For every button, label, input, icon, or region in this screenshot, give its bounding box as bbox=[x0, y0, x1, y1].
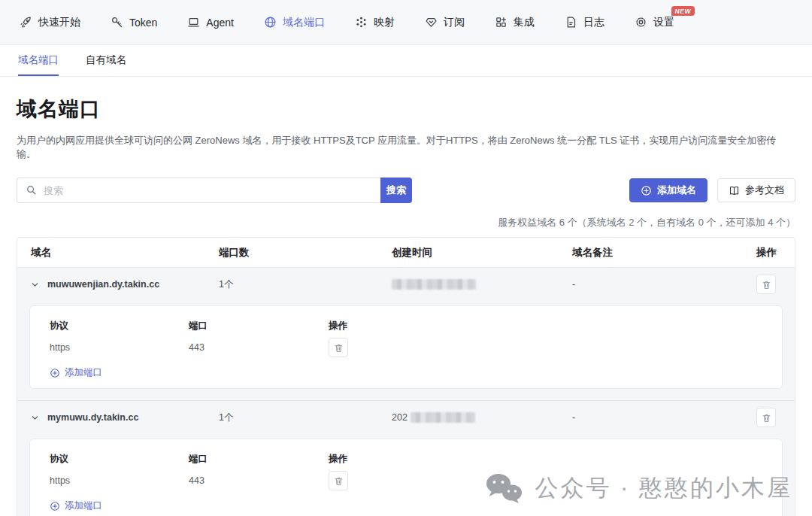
main-content: 域名端口 为用户的内网应用提供全球可访问的公网 ZeroNews 域名，用于接收… bbox=[0, 96, 812, 516]
sub-header-protocol: 协议 bbox=[50, 320, 189, 332]
table-row: muwuwenjian.dy.takin.cc 1个 - bbox=[17, 268, 795, 301]
nav-item-label: 映射 bbox=[374, 16, 395, 29]
search-input[interactable] bbox=[17, 178, 380, 203]
nav-item-subscription[interactable]: 订阅 bbox=[425, 16, 465, 29]
nav-item-label: 日志 bbox=[583, 16, 604, 29]
trash-icon bbox=[334, 476, 344, 486]
add-port-link[interactable]: 添加端口 bbox=[50, 366, 102, 379]
gem-icon bbox=[425, 16, 438, 29]
search-bar: 搜索 bbox=[17, 178, 412, 203]
domain-name: muwuwenjian.dy.takin.cc bbox=[47, 279, 159, 290]
gear-icon bbox=[635, 16, 647, 29]
new-badge: NEW bbox=[671, 6, 695, 16]
domain-name: mymuwu.dy.takin.cc bbox=[47, 412, 138, 423]
port-table-row: https 443 bbox=[30, 469, 782, 493]
nav-item-label: 集成 bbox=[514, 16, 535, 29]
add-port-link[interactable]: 添加端口 bbox=[50, 499, 102, 512]
nav-item-integration[interactable]: 集成 bbox=[495, 16, 535, 29]
nav-item-label: Token bbox=[129, 17, 157, 29]
laptop-icon bbox=[187, 16, 200, 29]
quota-summary: 服务权益域名 6 个（系统域名 2 个，自有域名 0 个，还可添加 4 个） bbox=[17, 216, 795, 229]
port-table-header: 协议 端口 操作 bbox=[30, 449, 782, 469]
header-created-at: 创建时间 bbox=[378, 246, 559, 260]
note-cell: - bbox=[559, 279, 743, 290]
nav-item-quickstart[interactable]: 快速开始 bbox=[20, 16, 80, 29]
nav-item-label: 订阅 bbox=[444, 16, 465, 29]
sub-header-actions: 操作 bbox=[329, 453, 782, 466]
nodes-icon bbox=[355, 16, 368, 29]
add-port-label: 添加端口 bbox=[65, 499, 102, 512]
sub-tab-bar: 域名端口 自有域名 bbox=[0, 45, 812, 77]
header-actions: 操作 bbox=[743, 246, 795, 260]
chevron-down-icon[interactable] bbox=[31, 414, 39, 422]
search-button[interactable]: 搜索 bbox=[380, 178, 412, 203]
created-at-cell: 202 bbox=[378, 412, 559, 423]
book-icon bbox=[729, 185, 740, 196]
port-table-header: 协议 端口 操作 bbox=[30, 316, 782, 335]
delete-port-button[interactable] bbox=[329, 338, 348, 357]
note-cell: - bbox=[559, 412, 743, 423]
add-domain-label: 添加域名 bbox=[657, 184, 696, 197]
port-actions-cell bbox=[329, 471, 782, 490]
actions-cell bbox=[743, 275, 795, 294]
domain-table: 域名 端口数 创建时间 域名备注 操作 muwuwenjian.dy.takin… bbox=[17, 237, 795, 516]
add-port-label: 添加端口 bbox=[65, 366, 102, 379]
table-row: mymuwu.dy.takin.cc 1个 202 - bbox=[17, 401, 795, 434]
protocol-value: https bbox=[50, 342, 189, 353]
tab-domain-port[interactable]: 域名端口 bbox=[18, 45, 59, 76]
nav-item-agent[interactable]: Agent bbox=[187, 16, 234, 29]
port-value: 443 bbox=[189, 342, 329, 353]
tab-own-domain[interactable]: 自有域名 bbox=[86, 45, 126, 76]
toolbar: 搜索 添加域名 参考文档 bbox=[17, 178, 795, 203]
reference-docs-label: 参考文档 bbox=[745, 184, 784, 197]
table-header-row: 域名 端口数 创建时间 域名备注 操作 bbox=[17, 238, 795, 268]
delete-domain-button[interactable] bbox=[756, 408, 776, 427]
sub-header-port: 端口 bbox=[189, 320, 329, 332]
created-at-cell bbox=[378, 279, 559, 290]
file-icon bbox=[565, 16, 577, 29]
domain-cell: muwuwenjian.dy.takin.cc bbox=[17, 279, 205, 290]
top-navigation: 快速开始 Token Agent 域名端口 映射 订阅 集成 日志 设置 NEW bbox=[0, 0, 812, 45]
table-row-group: mymuwu.dy.takin.cc 1个 202 - 协议 端口 操作 bbox=[17, 400, 795, 516]
trash-icon bbox=[762, 413, 771, 423]
trash-icon bbox=[762, 280, 771, 290]
header-note: 域名备注 bbox=[559, 246, 743, 260]
delete-port-button[interactable] bbox=[329, 471, 348, 490]
nav-item-mapping[interactable]: 映射 bbox=[355, 16, 395, 29]
sub-header-actions: 操作 bbox=[329, 320, 782, 332]
protocol-value: https bbox=[50, 475, 189, 486]
reference-docs-button[interactable]: 参考文档 bbox=[717, 178, 795, 202]
port-table-row: https 443 bbox=[30, 335, 782, 360]
port-detail-card: 协议 端口 操作 https 443 添加端口 bbox=[29, 439, 783, 516]
port-value: 443 bbox=[189, 475, 329, 486]
key-icon bbox=[111, 16, 123, 29]
nav-item-label: 快速开始 bbox=[38, 16, 80, 29]
port-detail-card: 协议 端口 操作 https 443 添加端口 bbox=[29, 305, 783, 389]
table-row-group: muwuwenjian.dy.takin.cc 1个 - 协议 端口 操作 bbox=[17, 268, 795, 400]
port-actions-cell bbox=[329, 338, 782, 357]
nav-item-label: 设置 bbox=[653, 16, 674, 29]
nav-item-token[interactable]: Token bbox=[111, 16, 157, 29]
search-icon bbox=[26, 184, 37, 196]
plus-circle-icon bbox=[50, 368, 60, 378]
page-description: 为用户的内网应用提供全球可访问的公网 ZeroNews 域名，用于接收 HTTP… bbox=[17, 134, 795, 161]
nav-item-settings[interactable]: 设置 NEW bbox=[635, 16, 674, 29]
globe-icon bbox=[264, 16, 277, 29]
chevron-down-icon[interactable] bbox=[31, 281, 39, 289]
rocket-icon bbox=[20, 16, 32, 29]
add-domain-button[interactable]: 添加域名 bbox=[629, 178, 707, 202]
nav-item-domain-port[interactable]: 域名端口 bbox=[264, 16, 325, 29]
port-count-cell: 1个 bbox=[205, 411, 378, 424]
header-domain: 域名 bbox=[17, 246, 205, 260]
actions-cell bbox=[743, 408, 795, 427]
domain-cell: mymuwu.dy.takin.cc bbox=[17, 412, 205, 423]
redacted-created-at bbox=[392, 279, 476, 290]
redacted-created-at bbox=[411, 412, 475, 423]
nav-item-label: 域名端口 bbox=[283, 16, 325, 29]
trash-icon bbox=[334, 343, 344, 353]
nav-item-logs[interactable]: 日志 bbox=[565, 16, 604, 29]
header-port-count: 端口数 bbox=[205, 246, 378, 260]
apps-icon bbox=[495, 16, 508, 29]
delete-domain-button[interactable] bbox=[756, 275, 776, 294]
page-title: 域名端口 bbox=[17, 96, 795, 123]
